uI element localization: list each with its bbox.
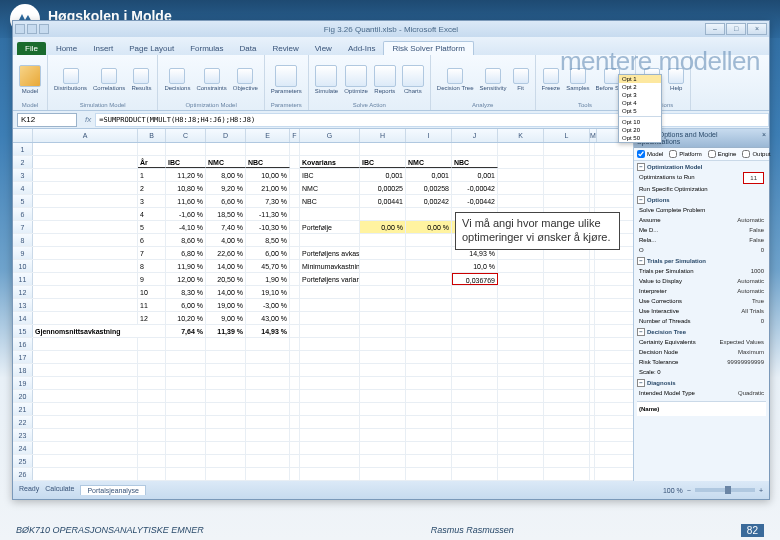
cell[interactable] [498,338,544,350]
cell[interactable] [406,416,452,428]
cell[interactable] [33,468,138,480]
cell[interactable] [544,364,590,376]
minimize-icon[interactable]: – [705,23,725,35]
cell[interactable] [544,156,590,168]
dropdown-item[interactable]: Opt 20 [619,126,661,134]
cell[interactable] [590,338,595,350]
dropdown-item[interactable]: Opt 1 [619,75,661,83]
cell[interactable] [452,299,498,311]
cell[interactable] [206,468,246,480]
row-header[interactable]: 14 [13,312,33,324]
cell[interactable] [544,468,590,480]
cell[interactable]: 6,00 % [166,299,206,311]
row-header[interactable]: 16 [13,338,33,350]
cell[interactable] [406,390,452,402]
cell[interactable] [498,390,544,402]
cell[interactable] [590,195,595,207]
cell[interactable] [452,390,498,402]
ribbon-tab-add-ins[interactable]: Add-Ins [340,42,384,55]
cell[interactable] [406,364,452,376]
cell[interactable] [166,338,206,350]
fit-button[interactable]: Fit [511,67,531,92]
cell[interactable] [166,377,206,389]
cell[interactable] [452,312,498,324]
cell[interactable] [33,364,138,376]
decision-tree-button[interactable]: Decision Tree [435,67,476,92]
results-button[interactable]: Results [129,67,153,92]
cell[interactable] [206,442,246,454]
col-header[interactable]: L [544,129,590,142]
cell[interactable]: 0,00258 [406,182,452,194]
cell[interactable]: Gjennomsnittsavkastning [33,325,166,337]
cell[interactable]: 7,40 % [206,221,246,233]
cell[interactable] [290,221,300,233]
cell[interactable]: 6,60 % [206,195,246,207]
cell[interactable]: 0,00025 [360,182,406,194]
cell[interactable] [300,338,360,350]
cell[interactable] [33,338,138,350]
cell[interactable] [246,455,290,467]
cell[interactable]: 0,001 [406,169,452,181]
cell[interactable]: Portefølje [300,221,360,233]
model-button[interactable]: Model [17,64,43,95]
cell[interactable] [246,468,290,480]
zoom-out-icon[interactable]: − [687,487,691,494]
ribbon-tab-review[interactable]: Review [264,42,306,55]
cell[interactable]: 14,00 % [206,286,246,298]
cell[interactable]: 5 [138,221,166,233]
cell[interactable]: 43,00 % [246,312,290,324]
cell[interactable]: 10,00 % [246,169,290,181]
cell[interactable] [300,312,360,324]
ribbon-tab-home[interactable]: Home [48,42,85,55]
constraints-button[interactable]: Constraints [194,67,228,92]
cell[interactable] [166,468,206,480]
row-header[interactable]: 6 [13,208,33,220]
cell[interactable] [590,442,595,454]
cell[interactable]: 4 [138,208,166,220]
cell[interactable]: 7,64 % [166,325,206,337]
cell[interactable] [166,416,206,428]
cell[interactable] [290,364,300,376]
cell[interactable]: 0,00 % [360,221,406,233]
cell[interactable] [498,455,544,467]
reports-button[interactable]: Reports [372,64,398,95]
cell[interactable] [360,351,406,363]
cell[interactable] [300,390,360,402]
cell[interactable] [498,195,544,207]
cell[interactable]: 22,60 % [206,247,246,259]
cell[interactable]: 19,10 % [246,286,290,298]
cell[interactable] [498,182,544,194]
cell[interactable]: 10,20 % [166,312,206,324]
cell[interactable]: 1,90 % [246,273,290,285]
cell[interactable] [544,169,590,181]
cell[interactable] [406,143,452,155]
cell[interactable] [544,416,590,428]
cell[interactable] [290,338,300,350]
cell[interactable] [166,442,206,454]
cell[interactable] [360,273,406,285]
cell[interactable] [290,390,300,402]
cell[interactable] [590,468,595,480]
cell[interactable] [406,377,452,389]
sheet-tab[interactable]: Portalsjeanalyse [80,485,145,495]
col-header[interactable]: A [33,129,138,142]
cell[interactable] [498,260,544,272]
cell[interactable] [33,208,138,220]
cell[interactable] [166,390,206,402]
cell[interactable] [406,273,452,285]
cell[interactable] [33,377,138,389]
cell[interactable]: 0,036769 [452,273,498,285]
correlations-button[interactable]: Correlations [91,67,127,92]
cell[interactable] [498,403,544,415]
cell[interactable] [246,143,290,155]
cell[interactable] [544,338,590,350]
cell[interactable] [452,403,498,415]
row-header[interactable]: 13 [13,299,33,311]
cell[interactable] [498,286,544,298]
cell[interactable] [206,377,246,389]
distributions-button[interactable]: Distributions [52,67,89,92]
cell[interactable] [544,143,590,155]
cell[interactable] [590,390,595,402]
cell[interactable] [590,377,595,389]
row-header[interactable]: 11 [13,273,33,285]
